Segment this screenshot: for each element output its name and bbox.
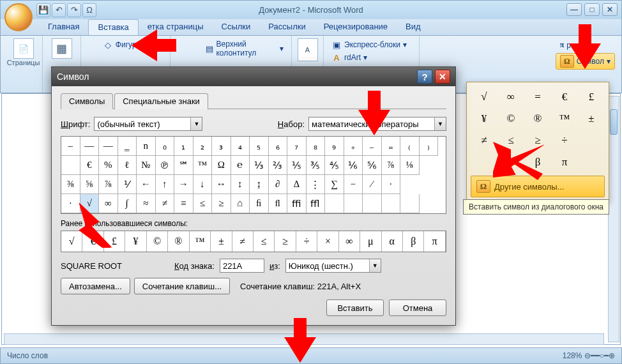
char-cell[interactable]: [344, 194, 363, 213]
popup-symbol-cell[interactable]: ∞: [497, 86, 524, 108]
char-cell[interactable]: ⅘: [325, 156, 344, 175]
char-cell[interactable]: ≡: [174, 194, 193, 213]
recent-char-cell[interactable]: α: [382, 231, 403, 252]
popup-symbol-cell[interactable]: ≥: [524, 130, 551, 151]
popup-symbol-cell[interactable]: ±: [578, 108, 605, 130]
char-cell[interactable]: ₅: [250, 137, 269, 156]
char-cell[interactable]: ⅛: [400, 156, 420, 175]
popup-symbol-cell[interactable]: ¥: [471, 108, 497, 130]
char-cell[interactable]: —: [80, 137, 100, 156]
maximize-button[interactable]: □: [584, 3, 600, 16]
char-cell[interactable]: ﬃ: [287, 194, 307, 213]
char-cell[interactable]: ⌂: [231, 194, 250, 213]
minimize-button[interactable]: —: [566, 3, 582, 16]
char-cell[interactable]: →: [174, 175, 193, 194]
tab-special-chars[interactable]: Специальные знаки: [114, 93, 208, 109]
close-button[interactable]: ✕: [602, 3, 618, 16]
character-grid[interactable]: –—―‗n₀₁₂₃₄₅₆₇₈₉₊₋₌₍₎€%ℓ№℗℠™Ω℮⅓⅔⅕⅗⅘⅙⅚⅞⅛⅜⅝…: [61, 136, 446, 214]
char-cell[interactable]: ℗: [156, 156, 175, 175]
popup-symbol-cell[interactable]: ≤: [497, 130, 524, 151]
char-cell[interactable]: ₊: [344, 137, 363, 156]
ribbon-tab[interactable]: Вид: [397, 19, 430, 35]
char-cell[interactable]: ₌: [382, 137, 401, 156]
wordart-button[interactable]: ArdArt ▾: [329, 51, 370, 64]
recent-char-cell[interactable]: ∞: [339, 231, 360, 252]
horizontal-scrollbar[interactable]: [4, 333, 604, 345]
ribbon-tab[interactable]: Ссылки: [213, 19, 260, 35]
char-cell[interactable]: ₆: [269, 137, 288, 156]
qat-button[interactable]: Ω: [82, 3, 96, 17]
char-cell[interactable]: ↕: [231, 175, 250, 194]
recent-char-cell[interactable]: μ: [360, 231, 381, 252]
popup-symbol-cell[interactable]: £: [578, 86, 605, 108]
char-cell[interactable]: ⅟: [118, 175, 137, 194]
qat-button[interactable]: 💾: [36, 3, 50, 17]
char-cell[interactable]: ﬂ: [269, 194, 288, 213]
char-cell[interactable]: –: [61, 137, 80, 156]
char-cell[interactable]: ™: [193, 156, 213, 175]
qat-button[interactable]: ↷: [67, 3, 81, 17]
autocorrect-button[interactable]: Автозамена...: [61, 278, 130, 294]
char-cell[interactable]: ≈: [137, 194, 156, 213]
pages-icon[interactable]: 📄: [13, 38, 34, 59]
char-cell[interactable]: n: [137, 137, 156, 156]
popup-symbol-cell[interactable]: α: [497, 151, 524, 173]
char-cell[interactable]: −: [344, 175, 363, 194]
recent-char-cell[interactable]: ±: [211, 231, 232, 252]
char-cell[interactable]: ﬁ: [250, 194, 269, 213]
symbol-button[interactable]: ΩСимвол ▾: [556, 53, 615, 70]
recent-char-cell[interactable]: ≥: [275, 231, 296, 252]
recent-char-cell[interactable]: √: [61, 231, 82, 252]
cancel-button[interactable]: Отмена: [389, 300, 446, 316]
recent-char-cell[interactable]: β: [403, 231, 424, 252]
char-code-input[interactable]: [220, 259, 264, 273]
vertical-scrollbar[interactable]: [608, 96, 619, 342]
char-cell[interactable]: ℮: [231, 156, 250, 175]
ribbon-tab[interactable]: Главная: [39, 19, 88, 35]
char-cell[interactable]: ₈: [307, 137, 326, 156]
dialog-titlebar[interactable]: Символ ? ✕: [52, 67, 455, 86]
popup-symbol-cell[interactable]: β: [524, 151, 551, 173]
popup-symbol-cell[interactable]: €: [551, 86, 578, 108]
char-cell[interactable]: €: [80, 156, 100, 175]
char-cell[interactable]: ₇: [287, 137, 307, 156]
popup-symbol-cell[interactable]: ≠: [471, 130, 497, 151]
recent-char-cell[interactable]: ©: [147, 231, 168, 252]
popup-symbol-cell[interactable]: √: [471, 86, 497, 108]
recent-char-cell[interactable]: π: [424, 231, 445, 252]
popup-symbol-cell[interactable]: π: [551, 151, 578, 173]
tab-symbols[interactable]: Символы: [61, 93, 113, 109]
recent-char-cell[interactable]: ≠: [232, 231, 254, 252]
recent-char-cell[interactable]: ≤: [254, 231, 275, 252]
more-symbols-button[interactable]: Ω Другие символы...: [471, 176, 605, 197]
char-cell[interactable]: ﬄ: [307, 194, 326, 213]
char-cell[interactable]: ≥: [212, 194, 231, 213]
char-cell[interactable]: ₄: [231, 137, 250, 156]
char-cell[interactable]: Ω: [212, 156, 231, 175]
char-cell[interactable]: ∕: [363, 175, 382, 194]
char-cell[interactable]: ‗: [118, 137, 137, 156]
char-cell[interactable]: [400, 194, 420, 213]
scroll-thumb[interactable]: [610, 109, 618, 135]
char-cell[interactable]: ∂: [269, 175, 288, 194]
recent-char-cell[interactable]: ™: [190, 231, 211, 252]
recent-char-cell[interactable]: ×: [317, 231, 338, 252]
char-cell[interactable]: ↨: [250, 175, 269, 194]
char-cell[interactable]: ∫: [118, 194, 137, 213]
char-cell[interactable]: ⅚: [363, 156, 382, 175]
recent-symbols-grid[interactable]: √€£¥©®™±≠≤≥÷×∞μαβπ: [61, 231, 446, 252]
char-cell[interactable]: ₃: [212, 137, 231, 156]
char-cell[interactable]: [382, 194, 401, 213]
popup-symbol-cell[interactable]: ÷: [551, 130, 578, 151]
char-cell[interactable]: ⅕: [287, 156, 307, 175]
popup-symbol-cell[interactable]: ©: [497, 108, 524, 130]
popup-symbol-cell[interactable]: =: [524, 86, 551, 108]
char-cell[interactable]: №: [137, 156, 156, 175]
popup-symbol-cell[interactable]: [471, 151, 497, 173]
shapes-button[interactable]: ◇Фигуры ▾: [100, 38, 151, 51]
char-cell[interactable]: ⋮: [307, 175, 326, 194]
recent-char-cell[interactable]: ¥: [125, 231, 146, 252]
ribbon-tab[interactable]: Вставка: [88, 19, 138, 35]
char-cell[interactable]: ∙: [61, 194, 80, 213]
char-cell[interactable]: ≤: [193, 194, 213, 213]
